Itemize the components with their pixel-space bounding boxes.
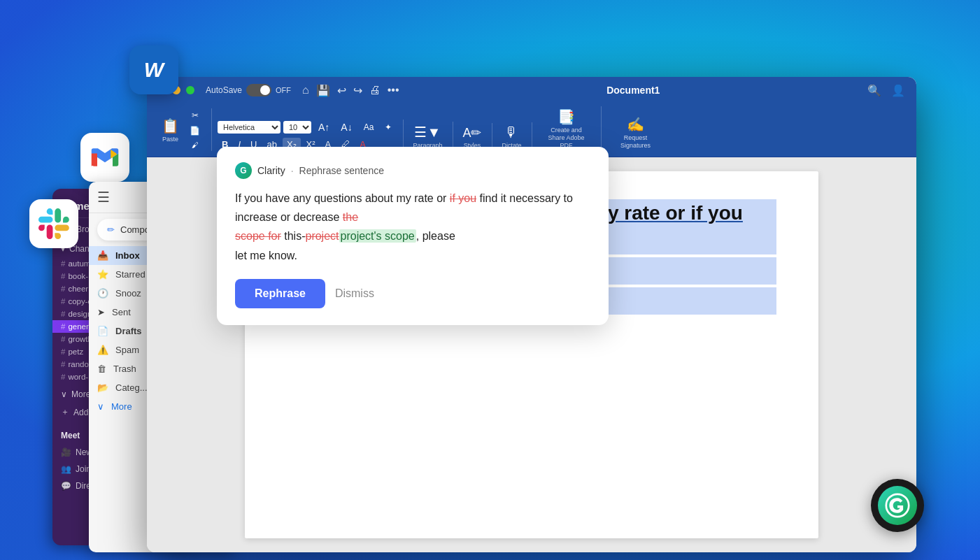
format-painter-button[interactable]: 🖌 [185,139,204,151]
dismiss-button[interactable]: Dismiss [335,287,374,300]
draft-icon: 📄 [97,326,108,336]
star-icon: ⭐ [97,269,108,280]
more-icon[interactable]: ••• [388,84,399,96]
maximize-button[interactable] [186,86,194,94]
font-grow-button[interactable]: A↑ [314,120,334,135]
clear-format-button[interactable]: ✦ [381,120,396,134]
ribbon-group-signatures: ✍ Request Signatures [604,114,670,152]
word-logo-letter: W [144,58,164,82]
autosave-control: AutoSave OFF [206,84,291,96]
deleted-text-4: project [305,230,339,242]
gmail-menu-icon[interactable]: ☰ [97,189,110,206]
text-normal-5: , please [416,230,455,242]
font-shrink-button[interactable]: A↓ [336,120,356,135]
inbox-icon: 📥 [97,250,108,261]
paste-button[interactable]: 📋 Paste [158,115,183,145]
deleted-text-1: if you [450,192,476,204]
text-normal-4: this- [281,230,306,242]
ribbon-group-paste: 📋 Paste ✂ 📄 🖌 [155,108,212,151]
home-icon[interactable]: ⌂ [302,84,309,96]
rephrase-button[interactable]: Rephrase [235,279,325,308]
clock-icon: 🕐 [97,288,108,299]
grammarly-popup: G Clarity · Rephrase sentence If you hav… [217,147,609,325]
search-icon[interactable]: 🔍 [867,84,881,97]
paste-tools: 📋 Paste ✂ 📄 🖌 [158,108,204,151]
deleted-text-2: the [343,211,358,223]
change-case-button[interactable]: Aa [360,120,378,134]
font-family-select[interactable]: Helvetica [218,121,280,134]
dot-separator: · [291,165,294,176]
autosave-toggle[interactable] [246,84,271,96]
account-icon[interactable]: 👤 [891,84,905,97]
font-size-select[interactable]: 10 [283,121,311,134]
autosave-label: AutoSave [206,85,242,95]
text-normal-6: let me know. [235,250,297,261]
copy-button[interactable]: 📄 [185,124,204,138]
text-normal-1: If you have any questions about my rate … [235,192,450,204]
chevron-down-icon: ∨ [97,401,104,412]
redo-icon[interactable]: ↪ [353,84,362,97]
slack-logo [38,208,69,239]
grammarly-suggestion-text: If you have any questions about my rate … [235,189,590,265]
gmail-app-icon[interactable] [80,133,129,182]
signatures-button[interactable]: ✍ Request Signatures [607,114,663,152]
titlebar-nav: ⌂ 💾 ↩ ↪ 🖨 ••• [302,84,399,97]
grammarly-float-inner [878,486,917,525]
ribbon-group-pdf: 📑 Create and Share Adobe PDF [535,106,602,151]
slack-app-icon[interactable] [29,199,78,248]
titlebar-right-icons: 🔍 👤 [867,84,905,97]
grammarly-logo: G [235,162,252,179]
create-pdf-button[interactable]: 📑 Create and Share Adobe PDF [538,106,594,151]
word-titlebar: AutoSave OFF ⌂ 💾 ↩ ↪ 🖨 ••• Document1 🔍 👤 [147,77,916,103]
autosave-knob [260,85,270,95]
pencil-icon: ✏ [107,224,115,235]
grammarly-float-icon[interactable] [871,479,924,532]
category-icon: 📂 [97,382,108,393]
trash-icon: 🗑 [97,364,106,374]
undo-icon[interactable]: ↩ [337,84,346,97]
deleted-text-3: scope for [235,230,281,242]
rephrase-subtitle: Rephrase sentence [299,165,384,176]
document-title: Document1 [405,85,862,96]
added-text-1: project's scope [339,229,416,243]
grammarly-actions: Rephrase Dismiss [235,279,590,308]
send-icon: ➤ [97,307,105,317]
grammarly-header: G Clarity · Rephrase sentence [235,162,590,179]
cut-button[interactable]: ✂ [185,108,204,122]
clarity-label: Clarity [257,165,285,176]
word-app-icon[interactable]: W [129,45,178,94]
grammarly-logo-text: G [240,166,246,175]
warning-icon: ⚠️ [97,345,108,355]
save-icon[interactable]: 💾 [316,84,330,97]
autosave-state: OFF [276,86,291,94]
print-icon[interactable]: 🖨 [369,84,381,96]
